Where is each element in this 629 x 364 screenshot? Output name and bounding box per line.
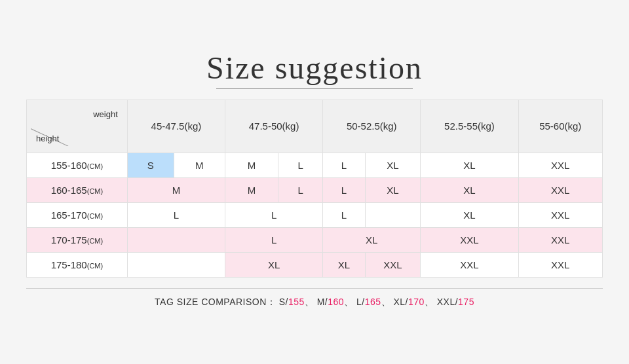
footer-item-xl: XL/170、 — [393, 297, 434, 307]
size-cell — [127, 252, 225, 277]
size-cell: XL — [225, 252, 323, 277]
footer-item-s: S/155、 — [279, 297, 314, 307]
size-cell: M — [225, 177, 278, 202]
size-cell: XL — [365, 177, 421, 202]
size-cell: XL — [421, 153, 518, 177]
table-row: 165-170(CM) L L L XL XXL — [27, 202, 603, 227]
size-cell: XL — [365, 153, 421, 177]
size-cell: XXL — [518, 227, 602, 252]
weight-col-3: 50-52.5(kg) — [323, 100, 421, 153]
size-cell: XL — [421, 177, 518, 202]
footer-item-xxl: XXL/175 — [437, 297, 474, 307]
table-row: 170-175(CM) L XL XXL XXL — [27, 227, 603, 252]
size-cell: XXL — [421, 227, 518, 252]
page-title: Size suggestion — [26, 50, 603, 86]
height-label: 170-175(CM) — [27, 227, 128, 252]
corner-cell: weight height — [27, 100, 128, 153]
weight-col-1: 45-47.5(kg) — [127, 100, 225, 153]
size-cell: XXL — [518, 202, 602, 227]
corner-height-label: height — [36, 134, 59, 143]
weight-col-5: 55-60(kg) — [518, 100, 602, 153]
title-underline — [216, 88, 413, 89]
footer: TAG SIZE COMPARISON： S/155、 M/160、 L/165… — [26, 288, 603, 308]
size-cell: XXL — [518, 153, 602, 177]
size-cell: XL — [323, 227, 421, 252]
table-row: 155-160(CM) S M M L L XL XL XXL — [27, 153, 603, 177]
size-cell: XL — [323, 252, 365, 277]
size-cell — [365, 202, 421, 227]
size-cell: L — [278, 177, 323, 202]
corner-weight-label: weight — [93, 109, 118, 119]
footer-item-l: L/165、 — [356, 297, 391, 307]
size-cell: XXL — [421, 252, 518, 277]
table-row: 175-180(CM) XL XL XXL XXL XXL — [27, 252, 603, 277]
height-label: 175-180(CM) — [27, 252, 128, 277]
size-cell: XXL — [518, 252, 602, 277]
footer-label: TAG SIZE COMPARISON： — [155, 297, 276, 307]
weight-col-2: 47.5-50(kg) — [225, 100, 323, 153]
size-table: weight height 45-47.5(kg) 47.5-50(kg) 50… — [26, 100, 603, 278]
table-header-row: weight height 45-47.5(kg) 47.5-50(kg) 50… — [27, 100, 603, 153]
size-cell: L — [225, 202, 323, 227]
title-area: Size suggestion — [26, 50, 603, 89]
table-row: 160-165(CM) M M L L XL XL XXL — [27, 177, 603, 202]
size-cell: L — [278, 153, 323, 177]
size-cell: L — [225, 227, 323, 252]
size-cell: XXL — [518, 177, 602, 202]
height-label: 160-165(CM) — [27, 177, 128, 202]
size-cell: S — [127, 153, 174, 177]
size-cell: M — [225, 153, 278, 177]
size-cell: M — [127, 177, 225, 202]
weight-col-4: 52.5-55(kg) — [421, 100, 518, 153]
size-cell: M — [174, 153, 225, 177]
footer-item-m: M/160、 — [317, 297, 354, 307]
size-cell: XXL — [365, 252, 421, 277]
size-cell: L — [127, 202, 225, 227]
height-label: 155-160(CM) — [27, 153, 128, 177]
size-cell: XL — [421, 202, 518, 227]
size-cell: L — [323, 177, 365, 202]
height-label: 165-170(CM) — [27, 202, 128, 227]
size-cell: L — [323, 202, 365, 227]
size-cell — [127, 227, 225, 252]
page-container: Size suggestion weight height 45-47.5(kg… — [0, 37, 629, 328]
size-cell: L — [323, 153, 365, 177]
